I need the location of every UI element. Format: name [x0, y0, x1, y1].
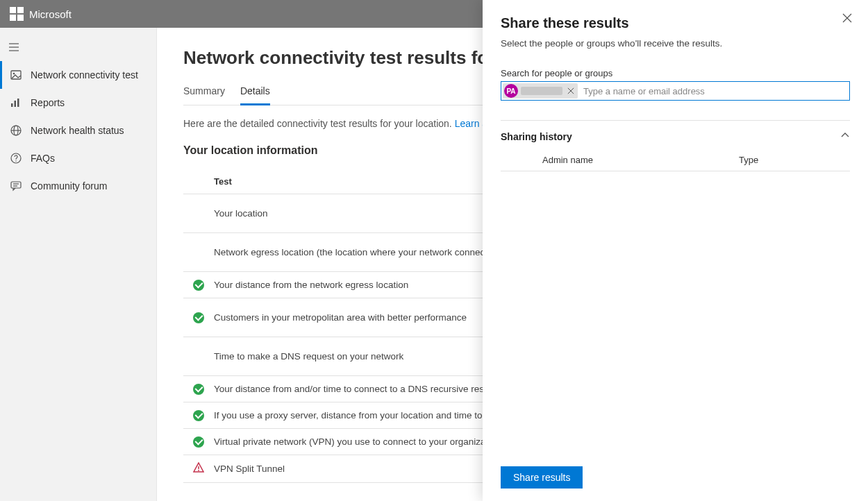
sidebar-item-faqs[interactable]: FAQs: [0, 144, 156, 172]
row-text: Your distance from the network egress lo…: [214, 280, 408, 290]
people-search-input[interactable]: [581, 83, 848, 99]
sidebar-item-label: Reports: [31, 97, 65, 108]
history-col-admin: Admin name: [542, 155, 739, 165]
sidebar-item-label: Network connectivity test: [31, 69, 138, 80]
help-icon: [10, 152, 22, 164]
sidebar-item-community-forum[interactable]: Community forum: [0, 172, 156, 200]
chart-icon: [10, 96, 22, 109]
svg-rect-5: [11, 103, 13, 107]
intro-text-body: Here are the detailed connectivity test …: [183, 118, 455, 129]
status-ok-icon: [193, 410, 204, 421]
status-ok-icon: [193, 312, 204, 323]
status-ok-icon: [193, 436, 204, 448]
sidebar-item-label: Network health status: [31, 125, 124, 136]
sidebar: Network connectivity testReportsNetwork …: [0, 28, 157, 501]
person-chip: PA: [503, 83, 578, 99]
svg-rect-7: [17, 99, 19, 107]
history-columns: Admin name Type: [501, 149, 850, 171]
sidebar-item-network-connectivity-test[interactable]: Network connectivity test: [0, 61, 156, 89]
people-search-box[interactable]: PA: [501, 81, 850, 101]
chat-icon: [10, 180, 22, 192]
row-text: Time to make a DNS request on your netwo…: [214, 351, 403, 362]
tab-summary[interactable]: Summary: [183, 78, 225, 105]
hamburger-menu[interactable]: [0, 33, 28, 61]
share-panel: Share these results Select the people or…: [483, 0, 868, 501]
image-icon: [10, 69, 22, 81]
history-col-type: Type: [739, 155, 850, 165]
divider: [501, 120, 850, 121]
svg-rect-6: [15, 101, 17, 107]
svg-point-4: [13, 73, 15, 75]
panel-subtitle: Select the people or groups who'll recei…: [501, 38, 850, 49]
sidebar-item-network-health-status[interactable]: Network health status: [0, 117, 156, 144]
status-ok-icon: [193, 280, 204, 291]
sharing-history-toggle[interactable]: Sharing history: [501, 130, 850, 149]
sidebar-item-label: FAQs: [31, 153, 55, 164]
status-warning-icon: [193, 462, 204, 475]
sidebar-item-reports[interactable]: Reports: [0, 89, 156, 117]
history-title: Sharing history: [501, 131, 572, 142]
svg-rect-13: [11, 182, 21, 188]
search-label: Search for people or groups: [501, 68, 850, 78]
microsoft-grid-icon: [10, 7, 24, 21]
row-text: Virtual private network (VPN) you use to…: [214, 436, 501, 447]
svg-point-12: [15, 160, 16, 161]
sidebar-item-label: Community forum: [31, 180, 107, 192]
share-results-button[interactable]: Share results: [501, 466, 583, 489]
microsoft-logo[interactable]: Microsoft: [10, 7, 72, 21]
row-text: Network egress location (the location wh…: [214, 247, 520, 257]
chip-remove-button[interactable]: [565, 85, 576, 96]
row-text: VPN Split Tunnel: [214, 464, 285, 474]
chevron-up-icon: [840, 130, 850, 142]
row-text: If you use a proxy server, distance from…: [214, 410, 517, 421]
brand-text: Microsoft: [29, 8, 72, 20]
globe-icon: [10, 124, 22, 137]
status-ok-icon: [193, 384, 204, 395]
panel-title: Share these results: [501, 15, 850, 31]
row-text: Customers in your metropolitan area with…: [214, 312, 467, 323]
avatar: PA: [504, 84, 518, 98]
row-text: Your location: [214, 208, 268, 219]
close-button[interactable]: [842, 12, 853, 26]
tab-details[interactable]: Details: [240, 78, 270, 105]
chip-name-redacted: [521, 87, 562, 95]
svg-point-17: [198, 470, 199, 471]
row-text: Your distance from and/or time to connec…: [214, 384, 504, 394]
